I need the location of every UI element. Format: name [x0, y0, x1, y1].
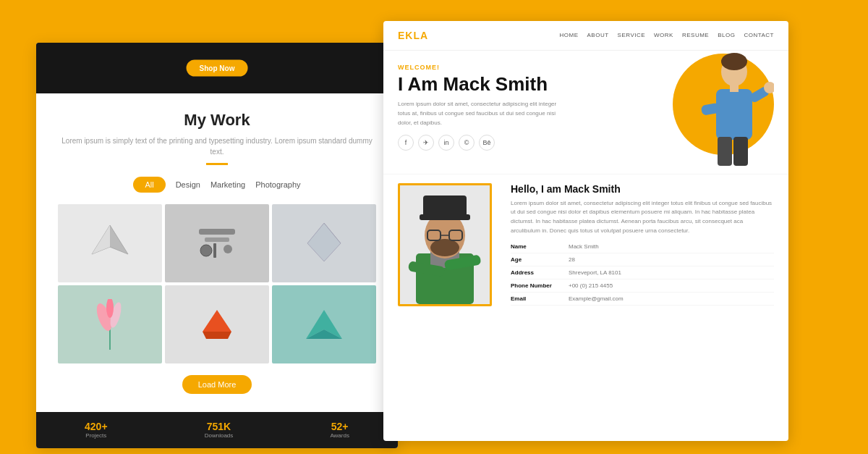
detail-label-age: Age: [511, 256, 569, 263]
gallery-item-3[interactable]: [272, 204, 376, 282]
gallery-item-5[interactable]: [165, 285, 269, 363]
brand-logo: EKLA: [398, 30, 428, 41]
nav-resume[interactable]: RESUME: [682, 32, 709, 38]
svg-marker-1: [92, 225, 110, 254]
nav-home[interactable]: HOME: [560, 32, 579, 38]
right-card: EKLA HOME ABOUT SERVICE WORK RESUME BLOG…: [383, 21, 788, 441]
social-twitter[interactable]: ✈: [418, 135, 434, 151]
detail-value-phone: +00 (0) 215 4455: [569, 282, 613, 289]
svg-rect-25: [718, 137, 732, 166]
detail-age: Age 28: [511, 256, 774, 266]
detail-name: Name Mack Smith: [511, 243, 774, 253]
svg-point-19: [721, 53, 747, 70]
stats-bar: 420+ Projects 751K Downloads 52+ Awards: [36, 412, 398, 448]
social-linkedin[interactable]: in: [438, 135, 454, 151]
svg-point-4: [200, 245, 212, 256]
gallery-grid: [58, 204, 376, 363]
gallery-item-4[interactable]: [58, 285, 162, 363]
stat-projects: 420+ Projects: [85, 421, 108, 439]
detail-address: Address Shreveport, LA 8101: [511, 269, 774, 279]
about-title: Hello, I am Mack Smith: [511, 183, 774, 195]
svg-rect-21: [730, 83, 739, 92]
detail-label-email: Email: [511, 295, 569, 302]
nav-contact[interactable]: CONTACT: [744, 32, 774, 38]
stat-number-3: 52+: [330, 421, 349, 432]
nav-links: HOME ABOUT SERVICE WORK RESUME BLOG CONT…: [560, 32, 774, 38]
social-behance[interactable]: Bē: [479, 135, 495, 151]
social-github[interactable]: ©: [459, 135, 475, 151]
detail-value-email: Example@gmail.com: [569, 295, 624, 302]
detail-value-address: Shreveport, LA 8101: [569, 269, 621, 276]
detail-label-address: Address: [511, 269, 569, 276]
svg-marker-14: [203, 310, 231, 332]
portfolio-title: My Work: [58, 111, 376, 130]
svg-marker-7: [307, 223, 341, 261]
stat-downloads: 751K Downloads: [205, 421, 234, 439]
load-more-wrap: Load More: [58, 375, 376, 394]
hero-section: WELCOME! I Am Mack Smith Lorem ipsum dol…: [383, 51, 788, 174]
filter-marketing-button[interactable]: Marketing: [210, 180, 245, 189]
gallery-item-2[interactable]: [165, 204, 269, 282]
stat-awards: 52+ Awards: [330, 421, 349, 439]
stat-number-2: 751K: [205, 421, 234, 432]
stat-label-3: Awards: [330, 432, 349, 439]
welcome-label: WELCOME!: [398, 64, 658, 71]
detail-phone: Phone Number +00 (0) 215 4455: [511, 282, 774, 293]
svg-point-33: [430, 239, 459, 256]
detail-label-name: Name: [511, 243, 569, 250]
detail-email: Email Example@gmail.com: [511, 295, 774, 306]
svg-rect-2: [199, 229, 235, 235]
hero-description: Lorem ipsum dolor sit amet, consectetur …: [398, 100, 557, 127]
navbar: EKLA HOME ABOUT SERVICE WORK RESUME BLOG…: [383, 21, 788, 51]
divider: [206, 163, 228, 165]
filter-all-button[interactable]: All: [133, 177, 165, 193]
nav-service[interactable]: SERVICE: [618, 32, 645, 38]
gallery-item-6[interactable]: [272, 285, 376, 363]
hero-person-image: [663, 49, 777, 171]
about-image-wrap: [398, 183, 499, 308]
svg-rect-26: [733, 137, 748, 166]
gallery-item-1[interactable]: [58, 204, 162, 282]
load-more-button[interactable]: Load More: [182, 375, 252, 394]
about-section: Hello, I am Mack Smith Lorem ipsum dolor…: [383, 174, 788, 317]
social-icons: f ✈ in © Bē: [398, 135, 658, 151]
svg-rect-20: [716, 89, 752, 140]
hero-name: I Am Mack Smith: [398, 74, 658, 95]
left-card: Shop Now My Work Lorem ipsum is simply t…: [36, 43, 398, 448]
svg-rect-3: [205, 237, 229, 242]
nav-about[interactable]: ABOUT: [587, 32, 609, 38]
filter-photography-button[interactable]: Photography: [255, 180, 300, 189]
hero-image-wrap: [658, 61, 774, 167]
hero-text: WELCOME! I Am Mack Smith Lorem ipsum dol…: [398, 61, 658, 167]
filter-design-button[interactable]: Design: [176, 180, 200, 189]
about-text: Hello, I am Mack Smith Lorem ipsum dolor…: [511, 183, 774, 308]
stat-number-1: 420+: [85, 421, 108, 432]
stat-label-1: Projects: [85, 432, 108, 439]
detail-value-age: 28: [569, 256, 575, 263]
social-facebook[interactable]: f: [398, 135, 414, 151]
svg-point-5: [224, 245, 232, 253]
svg-rect-32: [423, 196, 467, 217]
nav-blog[interactable]: BLOG: [718, 32, 735, 38]
detail-value-name: Mack Smith: [569, 243, 599, 250]
about-details: Name Mack Smith Age 28 Address Shrevepor…: [511, 243, 774, 306]
about-description: Lorem ipsum dolor sit amet, consectetur …: [511, 199, 774, 236]
stat-label-2: Downloads: [205, 432, 234, 439]
portfolio-subtitle: Lorem ipsum is simply text of the printi…: [58, 135, 376, 157]
detail-label-phone: Phone Number: [511, 282, 569, 289]
svg-marker-15: [203, 332, 231, 339]
left-card-body: My Work Lorem ipsum is simply text of th…: [36, 93, 398, 411]
svg-rect-6: [213, 243, 216, 258]
filter-bar: All Design Marketing Photography: [58, 177, 376, 193]
about-photo-frame: [398, 183, 492, 306]
shop-now-button[interactable]: Shop Now: [187, 59, 248, 76]
nav-work[interactable]: WORK: [654, 32, 673, 38]
left-card-header: Shop Now: [36, 43, 398, 93]
